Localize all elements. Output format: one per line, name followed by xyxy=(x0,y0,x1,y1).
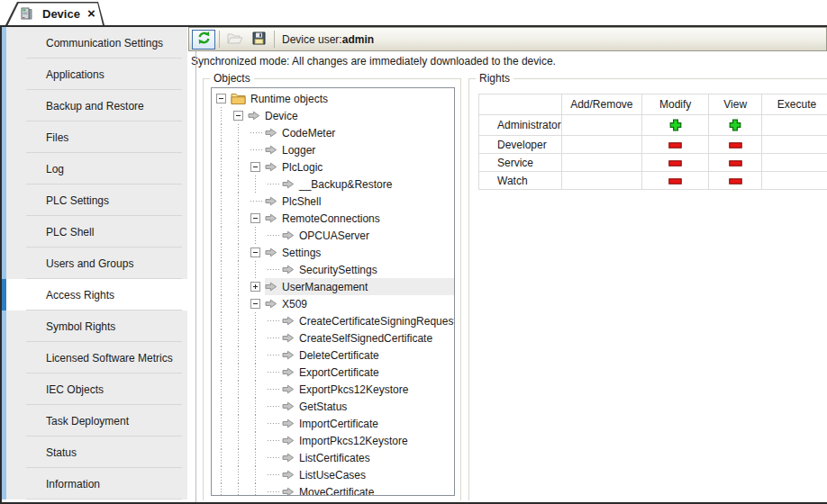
collapse-icon[interactable] xyxy=(216,94,226,104)
connector-line xyxy=(248,141,265,158)
rights-column-execute: Execute xyxy=(761,94,827,115)
rights-cell-watch-view[interactable] xyxy=(709,172,762,190)
rights-cell-developer-add-remove[interactable] xyxy=(561,136,641,154)
collapse-icon[interactable] xyxy=(250,213,260,223)
tree-node-label: ListUseCases xyxy=(299,469,371,482)
tree-node-label: UserManagement xyxy=(282,281,373,293)
tree-node-deletecertificate[interactable]: DeleteCertificate xyxy=(212,346,454,364)
rights-cell-developer-execute[interactable] xyxy=(761,136,827,154)
collapse-icon[interactable] xyxy=(233,111,243,121)
tree-node-opcuaserver[interactable]: OPCUAServer xyxy=(212,227,454,244)
indent-guide xyxy=(214,210,231,227)
indent-guide xyxy=(214,466,231,483)
arrow-icon xyxy=(282,230,295,240)
grant-plus-icon xyxy=(669,119,682,131)
grant-plus-icon xyxy=(729,119,741,131)
tree-node-createselfsignedcertificate[interactable]: CreateSelfSignedCertificate xyxy=(212,329,454,346)
tree-node-codemeter[interactable]: CodeMeter xyxy=(212,124,454,141)
tree-node-exportcertificate[interactable]: ExportCertificate xyxy=(212,364,454,381)
indent-guide xyxy=(231,483,248,496)
sidebar-item-status[interactable]: Status xyxy=(2,436,187,468)
objects-group-label: Objects xyxy=(210,72,254,85)
tree-node-runtime-objects[interactable]: Runtime objects xyxy=(212,90,454,107)
rights-cell-developer-modify[interactable] xyxy=(641,136,708,154)
arrow-icon xyxy=(282,470,295,480)
deny-minus-icon xyxy=(729,178,742,184)
sidebar-item-task-deployment[interactable]: Task Deployment xyxy=(2,405,187,436)
sidebar-item-label: PLC Shell xyxy=(46,226,94,238)
tree-node-settings[interactable]: Settings xyxy=(212,244,454,261)
sidebar-item-users-and-groups[interactable]: Users and Groups xyxy=(2,248,187,279)
tree-node-securitysettings[interactable]: SecuritySettings xyxy=(212,261,454,278)
rights-cell-service-view[interactable] xyxy=(709,154,762,172)
tree-node-getstatus[interactable]: GetStatus xyxy=(212,398,454,415)
rights-cell-administrator-modify[interactable] xyxy=(641,115,708,136)
tree-node-exportpkcs12keystore[interactable]: ExportPkcs12Keystore xyxy=(212,381,454,398)
tree-node-listcertificates[interactable]: ListCertificates xyxy=(212,449,454,466)
tree-node-remoteconnections[interactable]: RemoteConnections xyxy=(212,210,454,227)
sidebar-item-plc-settings[interactable]: PLC Settings xyxy=(2,184,187,216)
connector-line xyxy=(265,364,282,381)
sidebar-item-access-rights[interactable]: Access Rights xyxy=(2,279,187,310)
sidebar-item-communication-settings[interactable]: Communication Settings xyxy=(2,27,187,58)
arrow-icon xyxy=(282,350,295,360)
sidebar-item-information[interactable]: Information xyxy=(2,468,187,500)
tree-node-device[interactable]: Device xyxy=(212,107,454,124)
sidebar-item-symbol-rights[interactable]: Symbol Rights xyxy=(2,310,187,342)
tree-node-x509[interactable]: X509 xyxy=(212,295,454,312)
expand-icon[interactable] xyxy=(250,282,260,292)
sidebar-item-plc-shell[interactable]: PLC Shell xyxy=(2,216,187,248)
rights-cell-watch-modify[interactable] xyxy=(641,172,708,190)
tree-node-importcertificate[interactable]: ImportCertificate xyxy=(212,415,454,432)
save-button[interactable] xyxy=(247,30,270,50)
indent-guide xyxy=(214,398,231,415)
indent-guide xyxy=(248,466,265,483)
folder-icon xyxy=(231,93,246,104)
sidebar-item-licensed-software-metrics[interactable]: Licensed Software Metrics xyxy=(2,342,187,374)
refresh-button[interactable] xyxy=(192,30,215,50)
tree-node-listusecases[interactable]: ListUseCases xyxy=(212,466,454,483)
collapse-icon[interactable] xyxy=(250,248,260,257)
rights-cell-developer-view[interactable] xyxy=(709,136,762,154)
sidebar-item-applications[interactable]: Applications xyxy=(2,58,187,90)
tree-node-label: MoveCertificate xyxy=(299,486,379,497)
sidebar-item-files[interactable]: Files xyxy=(2,122,187,153)
indent-guide xyxy=(214,227,231,244)
sidebar-item-label: Access Rights xyxy=(46,289,114,302)
tree-node-backup-restore[interactable]: __Backup&Restore xyxy=(212,176,454,193)
indent-guide xyxy=(214,449,231,466)
tree-node-importpkcs12keystore[interactable]: ImportPkcs12Keystore xyxy=(212,432,454,449)
rights-cell-service-modify[interactable] xyxy=(641,154,708,172)
tree-node-movecertificate[interactable]: MoveCertificate xyxy=(212,483,454,496)
deny-minus-icon xyxy=(668,178,682,184)
deny-minus-icon xyxy=(668,160,682,166)
rights-cell-watch-execute[interactable] xyxy=(761,172,827,190)
rights-cell-administrator-execute[interactable] xyxy=(761,115,827,136)
collapse-icon[interactable] xyxy=(250,162,260,172)
sidebar-item-log[interactable]: Log xyxy=(2,153,187,184)
rights-cell-service-execute[interactable] xyxy=(761,154,827,172)
tree-node-plclogic[interactable]: PlcLogic xyxy=(212,158,454,176)
arrow-icon xyxy=(265,213,277,223)
toolbar-separator xyxy=(219,31,220,48)
tree-node-logger[interactable]: Logger xyxy=(212,141,454,158)
tree-node-usermanagement[interactable]: UserManagement xyxy=(212,278,454,295)
rights-row-administrator: Administrator xyxy=(479,115,827,136)
rights-cell-administrator-view[interactable] xyxy=(709,115,762,136)
tab-bar: Device × xyxy=(0,0,827,25)
collapse-icon[interactable] xyxy=(250,299,260,309)
tree-node-createcertificatesigningrequest[interactable]: CreateCertificateSigningRequest xyxy=(212,312,454,329)
rights-cell-watch-add-remove[interactable] xyxy=(561,172,641,190)
tree-node-plcshell[interactable]: PlcShell xyxy=(212,193,454,210)
sidebar-item-iec-objects[interactable]: IEC Objects xyxy=(2,374,187,405)
indent-guide xyxy=(248,261,265,278)
tab-close-icon[interactable]: × xyxy=(87,7,95,20)
sidebar-item-backup-and-restore[interactable]: Backup and Restore xyxy=(2,90,187,122)
rights-corner-cell xyxy=(479,94,562,115)
indent-guide xyxy=(231,176,248,193)
indent-guide xyxy=(248,381,265,398)
rights-cell-administrator-add-remove[interactable] xyxy=(561,115,641,136)
tab-device[interactable]: Device × xyxy=(5,2,105,25)
indent-guide xyxy=(231,295,248,312)
rights-cell-service-add-remove[interactable] xyxy=(561,154,641,172)
